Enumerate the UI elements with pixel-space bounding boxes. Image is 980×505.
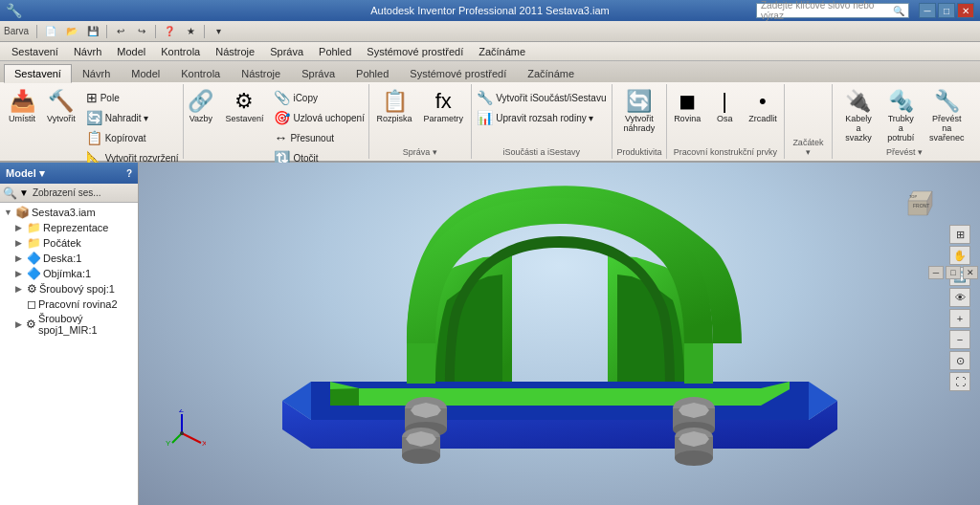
tab-kontrola[interactable]: Kontrola: [170, 64, 231, 82]
nav-full[interactable]: ⛶: [949, 372, 970, 391]
qa-help-button[interactable]: ❓: [160, 23, 179, 40]
qa-undo-button[interactable]: ↩: [111, 23, 130, 40]
svg-text:Y: Y: [166, 439, 171, 448]
btn-svarenec[interactable]: 🔧 Převést nasvařenec: [924, 88, 970, 145]
qa-separator: [36, 25, 37, 38]
group-label-sprava[interactable]: Správa ▾: [403, 145, 437, 157]
btn-vytvorit-nahrady[interactable]: 🔄 Vytvořitnáhrady: [619, 88, 660, 136]
nav-zoom-fit[interactable]: ⊞: [949, 225, 970, 244]
qa-star-button[interactable]: ★: [181, 23, 200, 40]
btn-vazby[interactable]: 🔗 Vazby: [183, 88, 218, 126]
nav-pan[interactable]: ✋: [949, 246, 970, 265]
bolt-bottom-bl: [402, 449, 440, 464]
svarenec-icon: 🔧: [934, 91, 960, 112]
vytvorit-label: Vytvořit: [47, 114, 76, 123]
isestavu-icon: 🔧: [477, 90, 493, 105]
btn-pole[interactable]: ⊞Pole: [82, 88, 183, 107]
icopy-icon: 📎: [274, 90, 290, 105]
menu-navrh[interactable]: Návrh: [66, 44, 109, 59]
ribbon-group-komponenta: 📥 Umístit 🔨 Vytvořit ⊞Pole 🔄Nahradit ▾ 📋…: [4, 84, 184, 159]
sestaveni-btn-label: Sestavení: [225, 114, 263, 123]
tree-item-objimka[interactable]: ▶ 🔷 Objímka:1: [2, 266, 136, 281]
tab-sprava[interactable]: Správa: [291, 64, 345, 82]
vp-btn3[interactable]: ✕: [963, 266, 978, 279]
qa-new-button[interactable]: 📄: [41, 23, 60, 40]
close-button[interactable]: ✕: [957, 3, 974, 18]
qa-redo-button[interactable]: ↪: [132, 23, 151, 40]
vp-btn1[interactable]: ─: [928, 266, 944, 279]
btn-icopy[interactable]: 📎iCopy: [270, 88, 368, 107]
group-label-zacatek[interactable]: Začátek ▾: [791, 136, 826, 157]
tree-item-sroubovy1[interactable]: ▶ ⚙ Šroubový spoj:1: [2, 281, 136, 296]
nav-zoom-out[interactable]: −: [949, 330, 970, 349]
tab-nastroje[interactable]: Nástroje: [231, 64, 291, 82]
tab-systprost[interactable]: Systémové prostředí: [399, 64, 517, 82]
nav-zoom-all[interactable]: ⊙: [949, 351, 970, 370]
btn-uzlova[interactable]: 🎯Uzlová uchopení: [270, 108, 368, 127]
btn-sestaveni-btn[interactable]: ⚙ Sestavení: [220, 88, 268, 126]
tab-navrh[interactable]: Návrh: [72, 64, 121, 82]
osa-label: Osa: [717, 114, 733, 123]
menu-nastroje[interactable]: Nástroje: [208, 44, 262, 59]
menu-zaciname[interactable]: Začínáme: [471, 44, 533, 59]
panel-help-icon[interactable]: ?: [126, 168, 132, 179]
tree-item-pracovni[interactable]: ◻ Pracovní rovina2: [2, 296, 136, 312]
tree-item-sestava[interactable]: ▼ 📦 Sestava3.iam: [2, 205, 136, 220]
viewcube[interactable]: FRONT TOP: [894, 172, 942, 220]
panel-down-icon[interactable]: ▼: [19, 187, 29, 198]
qa-dropdown-button[interactable]: ▾: [209, 23, 228, 40]
menu-pohled[interactable]: Pohled: [311, 44, 359, 59]
panel-filter-icon[interactable]: 🔍: [3, 187, 17, 200]
btn-rovina[interactable]: ◼ Rovina: [669, 88, 705, 126]
btn-parametry[interactable]: fx Parametry: [419, 88, 469, 126]
menu-kontrola[interactable]: Kontrola: [153, 44, 208, 59]
btn-zrcadlit2[interactable]: • Zrcadlit: [744, 88, 782, 126]
arch-right-wall: [684, 343, 713, 384]
btn-vytvorit[interactable]: 🔨 Vytvořit: [42, 88, 80, 126]
btn-kopirovat[interactable]: 📋Kopírovat: [82, 128, 183, 147]
qa-open-button[interactable]: 📂: [62, 23, 81, 40]
expand-icon3: ▶: [15, 238, 25, 248]
maximize-button[interactable]: □: [938, 3, 955, 18]
group-label-prevest[interactable]: Převést ▾: [886, 145, 923, 157]
btn-osa[interactable]: | Osa: [707, 88, 742, 126]
menu-sprava[interactable]: Správa: [262, 44, 311, 59]
tab-model[interactable]: Model: [121, 64, 170, 82]
nav-zoom-in[interactable]: +: [949, 309, 970, 328]
minimize-button[interactable]: ─: [919, 3, 936, 18]
tab-zaciname[interactable]: Začínáme: [517, 64, 585, 82]
nav-look[interactable]: 👁: [949, 288, 970, 307]
svg-text:X: X: [202, 439, 206, 448]
btn-umistit[interactable]: 📥 Umístit: [4, 88, 40, 126]
panel-title[interactable]: Model ▾: [6, 167, 45, 180]
tab-sestaveni[interactable]: Sestavení: [4, 64, 72, 83]
tree-item-deska[interactable]: ▶ 🔷 Deska:1: [2, 251, 136, 266]
menu-model[interactable]: Model: [109, 44, 153, 59]
tree-item-pocatek[interactable]: ▶ 📁 Počátek: [2, 235, 136, 251]
app-icon: 🔧: [6, 3, 22, 18]
btn-vytvorit-isestavu[interactable]: 🔧Vytvořit iSoučást/iSestavu: [473, 88, 610, 107]
vytvorit-icon: 🔨: [48, 91, 74, 112]
tree-item-sroubovy-mir[interactable]: ▶ ⚙ Šroubový spoj1_MIR:1: [2, 312, 136, 337]
menu-systprost[interactable]: Systémové prostředí: [359, 44, 471, 59]
menu-sestaveni[interactable]: Sestavení: [4, 44, 66, 59]
btn-nahradit[interactable]: 🔄Nahradit ▾: [82, 108, 183, 127]
btn-trubky[interactable]: 🔩 Trubkya potrubí: [880, 88, 922, 145]
btn-kabely[interactable]: 🔌 Kabely asvazky: [838, 88, 879, 145]
btn-rozpiska[interactable]: 📋 Rozpiska: [372, 88, 417, 126]
tree-item-reprezentace[interactable]: ▶ 📁 Reprezentace: [2, 220, 136, 235]
btn-upravit-rodiny[interactable]: 📊Upravit rozsah rodiny ▾: [473, 108, 610, 127]
tree-label-pocatek: Počátek: [43, 237, 81, 249]
tree-icon-deska: 🔷: [27, 252, 41, 265]
viewport[interactable]: FRONT TOP ⊞ ✋ 🔄 👁 + − ⊙ ⛶ X Y Z: [139, 163, 980, 505]
btn-presunout[interactable]: ↔Přesunout: [270, 128, 368, 147]
qa-save-button[interactable]: 💾: [83, 23, 102, 40]
vazby-label: Vazby: [189, 114, 212, 123]
tab-pohled[interactable]: Pohled: [345, 64, 399, 82]
vp-btn2[interactable]: □: [946, 266, 961, 279]
tree-icon-sestava: 📦: [15, 206, 30, 219]
nahrady-icon: 🔄: [626, 91, 652, 112]
tree-icon-sroubovy-mir: ⚙: [26, 318, 36, 331]
search-bar[interactable]: Zadejte klíčové slovo nebo výraz 🔍: [756, 3, 909, 18]
kabely-label: Kabely asvazky: [843, 114, 874, 143]
